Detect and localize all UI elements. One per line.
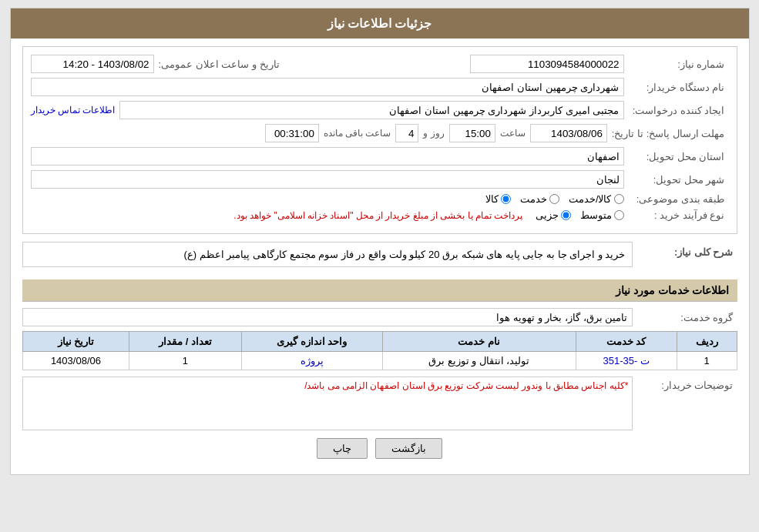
col-code: کد خدمت	[576, 332, 677, 352]
creator-input[interactable]	[119, 101, 623, 119]
deadline-days-input[interactable]	[395, 124, 418, 142]
deadline-date-input[interactable]	[530, 124, 607, 142]
category-row: طبقه بندی موضوعی: کالا/خدمت خدمت کالا	[31, 193, 729, 205]
radio-jozyi-label: جزیی	[536, 209, 559, 221]
service-group-label: گروه خدمت:	[637, 312, 737, 323]
deadline-time-input[interactable]	[449, 124, 495, 142]
buttons-row: بازگشت چاپ	[22, 438, 737, 459]
deadline-row: مهلت ارسال پاسخ: تا تاریخ: ساعت روز و سا…	[31, 124, 729, 142]
buyer-name-row: نام دستگاه خریدار:	[31, 78, 729, 96]
radio-kala[interactable]	[501, 194, 511, 204]
radio-kala-khedmat-label: کالا/خدمت	[569, 193, 612, 205]
deadline-label: مهلت ارسال پاسخ: تا تاریخ:	[612, 128, 729, 139]
need-description-text: خرید و اجرای جا به جایی پایه های شبکه بر…	[184, 249, 626, 260]
col-unit: واحد اندازه گیری	[241, 332, 382, 352]
buyer-notes-section: توضیحات خریدار:	[22, 376, 737, 430]
need-number-label: شماره نیاز:	[629, 59, 729, 70]
table-header-row: ردیف کد خدمت نام خدمت واحد اندازه گیری ت…	[22, 332, 737, 352]
city-row: شهر محل تحویل:	[31, 170, 729, 189]
services-title: اطلاعات خدمات مورد نیاز	[22, 279, 737, 302]
table-row: 1 ت -35-351 تولید، انتقال و توزیع برق پر…	[22, 352, 737, 370]
col-name: نام خدمت	[382, 332, 576, 352]
remaining-label: ساعت باقی مانده	[324, 128, 391, 139]
process-radio-group: متوسط جزیی	[536, 209, 624, 221]
radio-kala-khedmat[interactable]	[614, 194, 624, 204]
category-radio-group: کالا/خدمت خدمت کالا	[485, 193, 624, 205]
page-title: جزئیات اطلاعات نیاز	[327, 17, 432, 30]
print-button[interactable]: چاپ	[317, 438, 368, 459]
process-row: نوع فرآیند خرید : متوسط جزیی پرداخت تمام…	[31, 209, 729, 221]
content-area: شماره نیاز: تاریخ و ساعت اعلان عمومی: نا…	[11, 38, 749, 474]
province-input[interactable]	[31, 147, 624, 166]
category-radio-kala: کالا	[485, 193, 511, 205]
back-button[interactable]: بازگشت	[375, 438, 442, 459]
buyer-name-label: نام دستگاه خریدار:	[629, 82, 729, 93]
cell-name: تولید، انتقال و توزیع برق	[382, 352, 576, 370]
creator-label: ایجاد کننده درخواست:	[629, 105, 729, 116]
services-section: اطلاعات خدمات مورد نیاز گروه خدمت: ردیف …	[22, 279, 737, 370]
buyer-notes-textarea[interactable]	[22, 376, 633, 430]
remaining-time-input[interactable]	[265, 124, 319, 142]
process-radio-motavaset: متوسط	[580, 209, 624, 221]
category-radio-kala-khedmat: کالا/خدمت	[569, 193, 624, 205]
cell-count: 1	[129, 352, 241, 370]
contact-link[interactable]: اطلاعات تماس خریدار	[31, 105, 116, 115]
service-group-input[interactable]	[22, 308, 633, 326]
city-input[interactable]	[31, 170, 624, 189]
category-radio-khedmat: خدمت	[520, 193, 559, 205]
cell-unit: پروژه	[241, 352, 382, 370]
category-label: طبقه بندی موضوعی:	[629, 193, 729, 205]
radio-motavaset-label: متوسط	[580, 209, 612, 221]
date-input[interactable]	[31, 55, 154, 73]
col-row: ردیف	[677, 332, 737, 352]
radio-motavaset[interactable]	[614, 210, 624, 220]
page-container: جزئیات اطلاعات نیاز شماره نیاز: تاریخ و …	[10, 8, 750, 475]
cell-code: ت -35-351	[576, 352, 677, 370]
main-form-section: شماره نیاز: تاریخ و ساعت اعلان عمومی: نا…	[22, 46, 737, 234]
buyer-name-input[interactable]	[31, 78, 624, 96]
cell-row: 1	[677, 352, 737, 370]
deadline-time-label: ساعت	[500, 128, 526, 139]
buyer-notes-label: توضیحات خریدار:	[637, 376, 737, 391]
services-table: ردیف کد خدمت نام خدمت واحد اندازه گیری ت…	[22, 331, 737, 370]
radio-kala-label: کالا	[485, 193, 499, 205]
service-group-row: گروه خدمت:	[22, 308, 737, 326]
need-description-label: شرح کلی نیاز:	[637, 242, 737, 258]
province-row: استان محل تحویل:	[31, 147, 729, 166]
deadline-days-label: روز و	[423, 128, 444, 139]
creator-row: ایجاد کننده درخواست: اطلاعات تماس خریدار	[31, 101, 729, 119]
radio-jozyi[interactable]	[561, 210, 571, 220]
need-number-input[interactable]	[470, 55, 624, 73]
radio-khedmat-label: خدمت	[520, 193, 547, 205]
city-label: شهر محل تحویل:	[629, 174, 729, 186]
col-date: تاریخ نیاز	[22, 332, 129, 352]
cell-date: 1403/08/06	[22, 352, 129, 370]
process-label: نوع فرآیند خرید :	[629, 209, 729, 221]
col-count: تعداد / مقدار	[129, 332, 241, 352]
process-radio-jozyi: جزیی	[536, 209, 571, 221]
process-note: پرداخت تمام یا بخشی از مبلغ خریدار از مح…	[233, 210, 522, 221]
page-header: جزئیات اطلاعات نیاز	[11, 8, 749, 38]
need-number-row: شماره نیاز: تاریخ و ساعت اعلان عمومی:	[31, 55, 729, 73]
need-description-box: خرید و اجرای جا به جایی پایه های شبکه بر…	[22, 242, 633, 267]
date-label: تاریخ و ساعت اعلان عمومی:	[159, 59, 284, 70]
need-description-section: شرح کلی نیاز: خرید و اجرای جا به جایی پا…	[22, 242, 737, 273]
province-label: استان محل تحویل:	[629, 151, 729, 162]
radio-khedmat[interactable]	[549, 194, 559, 204]
